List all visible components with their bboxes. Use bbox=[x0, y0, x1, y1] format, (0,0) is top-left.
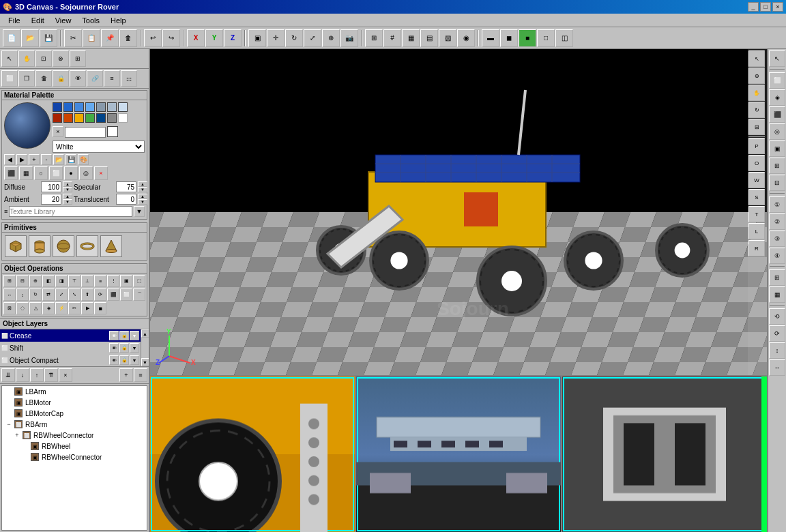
op-flip-v[interactable]: ↕ bbox=[16, 289, 29, 301]
vp-nav-ortho[interactable]: O bbox=[748, 155, 765, 171]
x-axis-button[interactable]: X bbox=[187, 29, 205, 47]
layer-lock-compact[interactable]: 🔒 bbox=[119, 355, 129, 365]
layer-compact[interactable]: ⬜ Object Compact 👁 🔒 ▼ bbox=[0, 354, 141, 366]
mat-prev-btn[interactable]: ◀ bbox=[4, 154, 15, 165]
rt-grid-large[interactable]: ⊞ bbox=[769, 269, 785, 286]
translucent-up[interactable]: ▲ bbox=[138, 194, 147, 199]
undo-button[interactable]: ↩ bbox=[144, 29, 162, 47]
new-obj-btn[interactable]: ⬜ bbox=[1, 70, 18, 87]
op-loft[interactable]: ⬛ bbox=[107, 289, 119, 301]
mat-icon-color[interactable]: ⬛ bbox=[4, 166, 18, 180]
mat-load-btn[interactable]: 📂 bbox=[53, 154, 64, 165]
layer-add-btn[interactable]: + bbox=[119, 368, 133, 382]
link-btn[interactable]: 🔗 bbox=[87, 70, 103, 87]
view-mode3[interactable]: ▧ bbox=[439, 29, 456, 47]
cut-button[interactable]: ✂ bbox=[64, 29, 82, 47]
tree-rbwheel[interactable]: ▣ RBWheel bbox=[2, 441, 147, 452]
vp-nav-tex[interactable]: T bbox=[748, 206, 765, 222]
rt-anim4[interactable]: ④ bbox=[769, 248, 785, 264]
sub-canvas-front[interactable] bbox=[150, 376, 355, 532]
op-sweep[interactable]: ⬜ bbox=[120, 289, 132, 301]
op-dist-h[interactable]: ≡ bbox=[94, 275, 106, 287]
layer-move-up-all[interactable]: ⇈ bbox=[44, 368, 58, 382]
primitive-cone[interactable] bbox=[100, 235, 122, 257]
select-move-button[interactable]: ✛ bbox=[267, 29, 285, 47]
swatch-pale-blue[interactable] bbox=[118, 102, 128, 112]
transform-button[interactable]: ⊕ bbox=[322, 29, 340, 47]
snap-button[interactable]: ⊞ bbox=[365, 29, 383, 47]
view-mode4[interactable]: ◉ bbox=[457, 29, 475, 47]
op-rotate-90[interactable]: ↻ bbox=[29, 289, 42, 301]
maximize-button[interactable]: □ bbox=[760, 2, 771, 12]
specular-input[interactable] bbox=[116, 181, 136, 192]
diffuse-up[interactable]: ▲ bbox=[63, 181, 72, 187]
texture-dropdown-btn[interactable]: ▼ bbox=[134, 206, 145, 217]
swatch-blue-dark[interactable] bbox=[53, 102, 62, 112]
tree-rbwheelconnector2[interactable]: ▣ RBWheelConnector bbox=[2, 452, 147, 462]
view-mode1[interactable]: ▦ bbox=[402, 29, 420, 47]
sub-viewport-front[interactable] bbox=[150, 376, 356, 532]
save-button[interactable]: 💾 bbox=[40, 29, 57, 47]
op-scale-y[interactable]: ⤡ bbox=[68, 289, 81, 301]
hierarchy-tool[interactable]: ⊞ bbox=[70, 50, 86, 67]
layer-down-crease[interactable]: ▼ bbox=[130, 331, 139, 340]
view-mode2[interactable]: ▤ bbox=[420, 29, 438, 47]
align-btn[interactable]: ≡ bbox=[104, 70, 120, 87]
op-lathe[interactable]: ⟳ bbox=[94, 289, 106, 301]
rt-grid-med[interactable]: ▦ bbox=[769, 286, 785, 303]
vp-nav-persp[interactable]: P bbox=[748, 138, 765, 154]
layer-move-down-all[interactable]: ⇊ bbox=[1, 368, 15, 382]
rt-tool6[interactable]: ⊞ bbox=[769, 158, 785, 174]
rt-tool3[interactable]: ⬛ bbox=[769, 106, 785, 123]
main-viewport[interactable]: X Y Z ↖ ⊕ ✋ ↻ ⊞ P O W S bbox=[150, 49, 767, 375]
menu-view[interactable]: View bbox=[50, 15, 77, 26]
render-btn4[interactable]: □ bbox=[537, 29, 555, 47]
layers-scroll-down[interactable]: ▼ bbox=[141, 358, 149, 366]
tree-lbarm[interactable]: ▣ LBArm bbox=[2, 386, 147, 397]
new-button[interactable]: 📄 bbox=[3, 29, 20, 47]
swatch-light-gray[interactable] bbox=[107, 102, 117, 112]
op-dist-v[interactable]: ⋮ bbox=[107, 275, 119, 287]
vp-nav-zoom[interactable]: ⊕ bbox=[748, 68, 765, 84]
sub-viewport-top[interactable] bbox=[562, 376, 767, 532]
op-play[interactable]: ▶ bbox=[81, 302, 93, 314]
open-button[interactable]: 📂 bbox=[21, 29, 39, 47]
swatch-navy[interactable] bbox=[96, 113, 106, 123]
group-select-tool[interactable]: ⊡ bbox=[35, 50, 52, 67]
rt-anim3[interactable]: ③ bbox=[769, 231, 785, 247]
layer-move-up[interactable]: ↑ bbox=[30, 368, 44, 382]
y-axis-button[interactable]: Y bbox=[205, 29, 223, 47]
paste-button[interactable]: 📌 bbox=[101, 29, 119, 47]
vp-nav-pan[interactable]: ✋ bbox=[748, 85, 765, 101]
op-subtract[interactable]: ⊟ bbox=[16, 275, 29, 287]
swatch-yellow[interactable] bbox=[74, 113, 84, 123]
op-align-t[interactable]: ⊤ bbox=[68, 275, 81, 287]
specular-down[interactable]: ▼ bbox=[138, 187, 147, 192]
swatch-orange[interactable] bbox=[63, 113, 73, 123]
layer-visible-crease[interactable]: 👁 bbox=[109, 331, 119, 340]
rt-tool1[interactable]: ⬜ bbox=[769, 72, 785, 89]
render-btn2[interactable]: ◼ bbox=[500, 29, 518, 47]
op-align-l[interactable]: ◧ bbox=[42, 275, 55, 287]
swatch-gray[interactable] bbox=[107, 113, 117, 123]
vp-nav-light[interactable]: L bbox=[748, 223, 765, 239]
sub-canvas-top[interactable] bbox=[562, 376, 767, 532]
minimize-button[interactable]: _ bbox=[748, 2, 759, 12]
rt-arrow[interactable]: ↖ bbox=[769, 50, 785, 67]
layer-down-shift[interactable]: ▼ bbox=[130, 343, 139, 353]
ambient-input[interactable] bbox=[41, 194, 61, 205]
redo-button[interactable]: ↪ bbox=[162, 29, 180, 47]
delete-obj-btn[interactable]: 🗑 bbox=[35, 70, 52, 87]
delete-button[interactable]: 🗑 bbox=[119, 29, 137, 47]
rt-tool7[interactable]: ⊟ bbox=[769, 175, 785, 191]
distribute-btn[interactable]: ⚏ bbox=[121, 70, 137, 87]
color-name-dropdown[interactable]: White Red Blue Green bbox=[53, 141, 145, 153]
rt-extra3[interactable]: ↕ bbox=[769, 342, 785, 359]
layer-visible-shift[interactable]: 👁 bbox=[109, 343, 119, 353]
duplicate-btn[interactable]: ❒ bbox=[18, 70, 35, 87]
op-mirror[interactable]: ⇄ bbox=[42, 289, 55, 301]
mat-next-btn[interactable]: ▶ bbox=[16, 154, 27, 165]
rt-extra2[interactable]: ⟳ bbox=[769, 325, 785, 342]
vp-nav-solid[interactable]: S bbox=[748, 189, 765, 205]
vp-nav-rotate[interactable]: ↻ bbox=[748, 102, 765, 118]
